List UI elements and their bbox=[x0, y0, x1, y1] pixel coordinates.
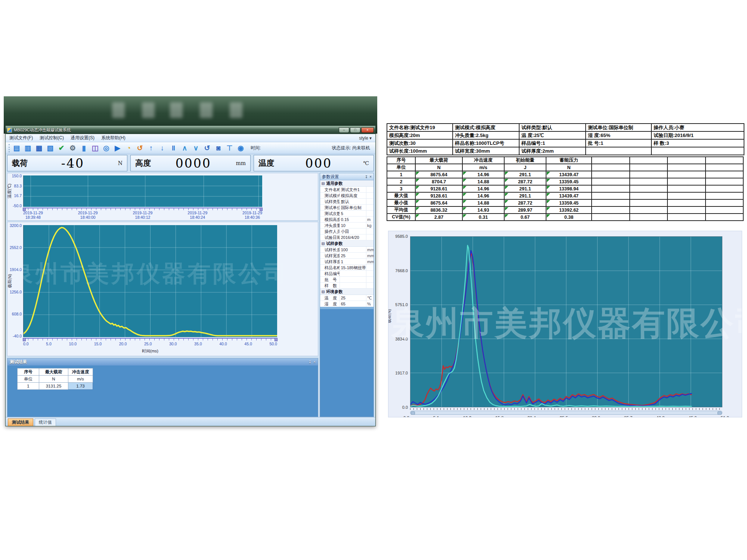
parameter-value[interactable]: 10 bbox=[340, 223, 366, 228]
table-cell: 13439.47 bbox=[546, 171, 592, 178]
sidebar-parameter-row[interactable]: 湿 度65% bbox=[320, 301, 374, 307]
sidebar-parameter-row[interactable]: 测试单位国际单位制 bbox=[320, 205, 374, 211]
table-row: CV值(%)2.870.310.670.38 bbox=[387, 214, 743, 221]
results-panel-header[interactable]: 测试结果 ↧ × bbox=[7, 358, 318, 365]
menu-item-file[interactable]: 测试文件(F) bbox=[9, 135, 33, 141]
sidebar-parameter-row[interactable]: 样品名称15-185钢丝带 bbox=[320, 265, 374, 271]
parameter-value[interactable] bbox=[340, 271, 366, 276]
sidebar-section-header[interactable]: ⊟环境参数 bbox=[320, 289, 374, 295]
new-file-icon[interactable]: ▤ bbox=[12, 144, 21, 153]
parameter-value[interactable] bbox=[340, 277, 366, 282]
pause-test-icon[interactable]: ‖ bbox=[169, 144, 178, 153]
sidebar-section-header[interactable]: ⊟通用参数 bbox=[320, 180, 374, 187]
load-chart-plot[interactable] bbox=[23, 225, 277, 337]
settings-gear-icon[interactable]: ⚙ bbox=[68, 144, 77, 153]
jog-down-icon[interactable]: ∨ bbox=[192, 144, 200, 153]
table-cell bbox=[651, 147, 744, 155]
report-chart-scrollbar[interactable] bbox=[410, 411, 722, 415]
sidebar-parameter-row[interactable]: 操作人员小田 bbox=[320, 228, 374, 234]
parameter-value[interactable]: 国际单位制 bbox=[340, 205, 366, 210]
close-button[interactable]: × bbox=[361, 127, 374, 133]
parameter-value[interactable]: 测试文件1 bbox=[340, 187, 366, 192]
toolbar-grip[interactable] bbox=[9, 144, 10, 152]
title-bar[interactable]: MB029C动态冲击颠簸试验系统 – □ × bbox=[6, 126, 375, 134]
calibration-icon[interactable]: ◔ bbox=[124, 144, 133, 153]
parameter-value[interactable]: 5 bbox=[340, 211, 366, 216]
parameter-value[interactable]: 2016/4/20 bbox=[340, 234, 366, 240]
parameter-value[interactable]: 1 bbox=[340, 259, 366, 264]
parameter-value[interactable]: 25 bbox=[340, 253, 366, 258]
tick-label: 15.0 bbox=[94, 342, 102, 346]
sidebar-parameter-row[interactable]: 试验日期2016/4/20 bbox=[320, 234, 374, 240]
tab-results[interactable]: 测试结果 bbox=[8, 419, 33, 426]
tick-label: -50.0 bbox=[7, 203, 22, 208]
collapse-icon[interactable]: ⊟ bbox=[322, 242, 325, 246]
connect-device-icon[interactable]: ✔ bbox=[57, 144, 66, 153]
close-icon[interactable]: × bbox=[313, 360, 316, 364]
load-chart-x-axis[interactable] bbox=[23, 338, 277, 340]
parameter-value[interactable]: 15-185钢丝带 bbox=[340, 265, 366, 270]
close-icon[interactable]: × bbox=[369, 175, 372, 179]
parameter-value[interactable]: 65 bbox=[340, 301, 366, 307]
table-cell: CV值(%) bbox=[387, 214, 415, 221]
move-down-icon[interactable]: ↓ bbox=[158, 144, 167, 153]
pin-icon[interactable]: ↧ bbox=[309, 360, 311, 364]
parameter-value[interactable]: 100 bbox=[340, 247, 366, 252]
chart-view-icon[interactable]: ◫ bbox=[91, 144, 99, 153]
menu-item-help[interactable]: 系统帮助(H) bbox=[101, 135, 125, 141]
start-test-icon[interactable]: ▶ bbox=[113, 144, 122, 153]
collapse-icon[interactable]: ⊟ bbox=[322, 290, 325, 294]
parameter-value[interactable] bbox=[340, 283, 366, 288]
table-cell: 1 bbox=[18, 383, 39, 390]
parameter-value[interactable]: 小田 bbox=[340, 228, 366, 234]
save-file-icon[interactable]: ▦ bbox=[35, 144, 43, 153]
tab-statistics[interactable]: 统计值 bbox=[35, 419, 56, 426]
report-chart-plot[interactable] bbox=[410, 236, 722, 407]
jog-up-icon[interactable]: ∧ bbox=[180, 144, 189, 153]
table-cell: 样 数:3 bbox=[651, 139, 744, 147]
maximize-button[interactable]: □ bbox=[350, 127, 360, 133]
table-cell bbox=[630, 178, 668, 185]
sidebar-header[interactable]: 参数设置 ↧ × bbox=[320, 173, 374, 180]
sensor-icon[interactable]: ▮ bbox=[80, 144, 88, 153]
power-icon[interactable]: ◉ bbox=[236, 144, 245, 153]
style-dropdown[interactable]: style ▾ bbox=[359, 136, 372, 141]
temperature-chart-plot[interactable] bbox=[23, 175, 262, 207]
move-up-icon[interactable]: ↑ bbox=[147, 144, 155, 153]
sidebar-parameter-row[interactable]: 样品编号 bbox=[320, 271, 374, 277]
table-cell bbox=[706, 206, 744, 214]
parameter-value[interactable]: 默认 bbox=[340, 199, 366, 204]
parameter-value[interactable]: 25 bbox=[340, 295, 366, 301]
sidebar-parameter-row[interactable]: 试样宽度25mm bbox=[320, 253, 374, 259]
sidebar-parameter-row[interactable]: 文件名称测试文件1 bbox=[320, 187, 374, 193]
parameter-value[interactable]: 模拟高度 bbox=[340, 193, 366, 198]
return-home-icon[interactable]: ↺ bbox=[203, 144, 211, 153]
sidebar-parameter-row[interactable]: 试样类型默认 bbox=[320, 199, 374, 205]
temperature-chart-x-axis[interactable] bbox=[23, 208, 262, 210]
menu-item-control[interactable]: 测试控制(C) bbox=[40, 135, 64, 141]
lock-icon[interactable]: ◙ bbox=[214, 144, 223, 153]
export-file-icon[interactable]: ▧ bbox=[46, 144, 55, 153]
sidebar-section-header[interactable]: ⊟试样参数 bbox=[320, 240, 374, 247]
sidebar-parameter-row[interactable]: 样 数 bbox=[320, 283, 374, 289]
parameter-value[interactable]: 0.15 bbox=[340, 217, 366, 222]
pin-icon[interactable]: ↧ bbox=[365, 175, 368, 179]
minimize-button[interactable]: – bbox=[339, 127, 349, 133]
network-icon[interactable]: ◎ bbox=[102, 144, 111, 153]
sidebar-parameter-row[interactable]: 模拟高度0.15m bbox=[320, 217, 374, 223]
sidebar-parameter-row[interactable]: 试样长度100mm bbox=[320, 247, 374, 253]
reset-cycle-icon[interactable]: ↺ bbox=[136, 144, 144, 153]
sidebar-parameter-row[interactable]: 测试次数5 bbox=[320, 211, 374, 217]
table-cell: 最小值 bbox=[387, 199, 415, 206]
table-row: 最小值8675.6414.88287.7213359.45 bbox=[387, 199, 743, 206]
sidebar-parameter-row[interactable]: 试样厚度1mm bbox=[320, 259, 374, 265]
open-file-icon[interactable]: ▥ bbox=[24, 144, 32, 153]
parameter-unit bbox=[366, 193, 374, 198]
sidebar-parameter-row[interactable]: 测试模式模拟高度 bbox=[320, 193, 374, 199]
axis-setup-icon[interactable]: ⊤ bbox=[225, 144, 234, 153]
menu-item-settings[interactable]: 通用设置(S) bbox=[71, 135, 94, 141]
collapse-icon[interactable]: ⊟ bbox=[322, 181, 325, 186]
sidebar-parameter-row[interactable]: 冲头质量10kg bbox=[320, 223, 374, 228]
sidebar-parameter-row[interactable]: 批 号 bbox=[320, 277, 374, 283]
sidebar-parameter-row[interactable]: 温 度25℃ bbox=[320, 295, 374, 301]
